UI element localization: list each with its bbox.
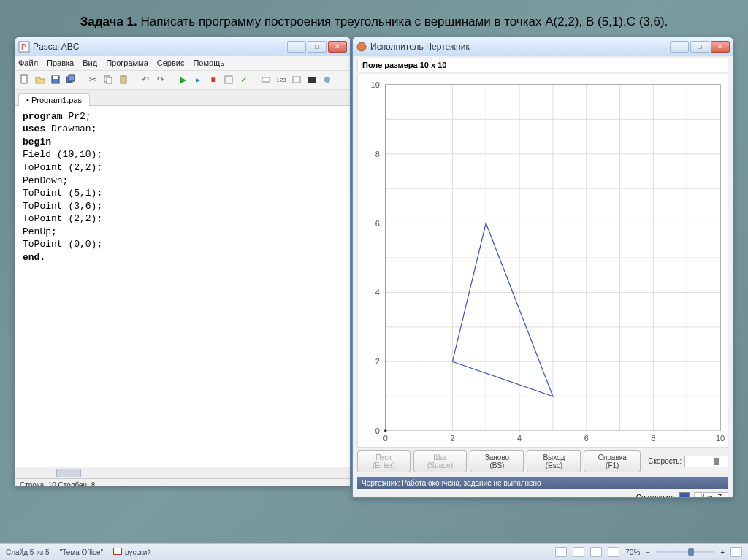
new-icon[interactable] (18, 73, 31, 86)
speed-thumb[interactable] (714, 458, 719, 465)
vars-icon[interactable]: 123 (275, 73, 288, 86)
lang-indicator[interactable]: русский (113, 548, 151, 556)
copy-icon[interactable] (102, 73, 115, 86)
svg-rect-4 (53, 76, 58, 79)
zoom-in-icon[interactable]: + (720, 548, 725, 556)
menu-service[interactable]: Сервис (157, 58, 185, 67)
file-tab[interactable]: • Program1.pas (18, 93, 90, 106)
speed-slider[interactable] (684, 456, 728, 467)
svg-text:10: 10 (716, 434, 725, 442)
menu-file[interactable]: Файл (18, 58, 38, 67)
chart-svg: 02468100246810 (358, 74, 728, 447)
file-tab-label: Program1.pas (31, 96, 82, 104)
svg-rect-2 (21, 75, 27, 83)
exit-button[interactable]: Выход (Esc) (527, 450, 581, 472)
speed-label: Скорость: (648, 457, 682, 465)
run-button[interactable]: Пуск (Enter) (357, 450, 411, 472)
pascal-title: Pascal ABC (33, 42, 287, 52)
close-button[interactable]: ✕ (711, 41, 730, 53)
svg-rect-6 (69, 75, 75, 81)
maximize-button[interactable]: □ (308, 41, 327, 53)
close-button[interactable]: ✕ (328, 41, 347, 53)
code-editor[interactable]: program Pr2;uses Drawman;beginField (10,… (15, 106, 350, 467)
pascal-statusbar: Строка: 10 Столбец: 8 (15, 478, 350, 486)
svg-text:0: 0 (375, 426, 380, 435)
svg-text:6: 6 (375, 218, 380, 227)
zoom-out-icon[interactable]: − (646, 548, 650, 556)
svg-rect-11 (262, 77, 270, 82)
drawman-app-icon (356, 41, 367, 53)
zoom-slider[interactable] (656, 551, 714, 553)
svg-text:10: 10 (371, 80, 380, 89)
undo-icon[interactable]: ↶ (139, 73, 152, 86)
stop-icon[interactable]: ■ (207, 73, 220, 86)
output-icon[interactable] (290, 73, 303, 86)
scroll-thumb[interactable] (56, 469, 81, 477)
redo-icon[interactable]: ↷ (154, 73, 167, 86)
open-icon[interactable] (34, 73, 47, 86)
pascal-titlebar[interactable]: P Pascal ABC — □ ✕ (15, 37, 350, 56)
drawman-titlebar[interactable]: Исполнитель Чертежник — □ ✕ (353, 37, 733, 56)
misc-icon[interactable] (321, 73, 334, 86)
svg-rect-13 (308, 77, 316, 83)
watch-icon[interactable] (259, 73, 272, 86)
debug-icon[interactable] (305, 73, 318, 86)
svg-rect-8 (107, 77, 112, 83)
menu-help[interactable]: Помощь (193, 58, 224, 67)
svg-text:8: 8 (375, 150, 380, 158)
reset-button[interactable]: Заново (BS) (470, 450, 524, 472)
pascal-app-icon: P (18, 41, 30, 53)
svg-point-51 (384, 429, 387, 432)
svg-text:0: 0 (383, 434, 388, 442)
check-icon[interactable]: ✓ (237, 73, 251, 86)
saveall-icon[interactable] (64, 73, 77, 86)
slide-counter: Слайд 5 из 5 (6, 548, 50, 556)
state-label: Состояние: (636, 494, 675, 498)
svg-text:P: P (21, 43, 26, 51)
drawman-state-row: Состояние: Шаг: 7 (353, 491, 733, 498)
menubar: Файл Правка Вид Программа Сервис Помощь (15, 56, 350, 71)
menu-edit[interactable]: Правка (47, 58, 74, 67)
task-text: Написать программу построения треугольни… (137, 15, 668, 28)
drawman-status-message: Чертежник: Работа окончена, задание не в… (357, 477, 728, 489)
drawman-title: Исполнитель Чертежник (370, 42, 670, 52)
cut-icon[interactable]: ✂ (86, 73, 99, 86)
field-size-label: Поле размера 10 x 10 (357, 58, 728, 72)
svg-text:6: 6 (584, 434, 589, 442)
step-button[interactable]: Шаг (Space) (413, 450, 468, 472)
reading-view-icon[interactable] (590, 547, 602, 557)
svg-rect-12 (293, 77, 300, 83)
svg-text:4: 4 (517, 434, 522, 442)
task-prefix: Задача 1. (80, 15, 137, 28)
step-icon[interactable]: ▸ (191, 73, 205, 86)
svg-text:8: 8 (651, 434, 655, 442)
pascal-window: P Pascal ABC — □ ✕ Файл Правка Вид Прогр… (15, 37, 351, 486)
minimize-button[interactable]: — (287, 41, 306, 53)
normal-view-icon[interactable] (555, 547, 567, 557)
svg-rect-9 (121, 76, 126, 83)
theme-name: "Тема Office" (60, 548, 103, 556)
svg-text:2: 2 (375, 357, 380, 366)
zoom-value: 70% (625, 548, 640, 556)
paste-icon[interactable] (117, 73, 130, 86)
svg-point-14 (324, 77, 330, 83)
drawman-controls: Пуск (Enter) Шаг (Space) Заново (BS) Вых… (353, 448, 733, 475)
compile-icon[interactable] (222, 73, 235, 86)
horizontal-scrollbar[interactable] (15, 467, 350, 478)
menu-view[interactable]: Вид (83, 58, 97, 67)
drawman-window: Исполнитель Чертежник — □ ✕ Поле размера… (352, 37, 733, 498)
save-icon[interactable] (49, 73, 62, 86)
sorter-view-icon[interactable] (573, 547, 584, 557)
run-icon[interactable]: ▶ (176, 73, 189, 86)
tabstrip: • Program1.pas (15, 90, 350, 106)
toolbar: ✂ ↶ ↷ ▶ ▸ ■ ✓ 123 (15, 71, 350, 90)
minimize-button[interactable]: — (670, 41, 689, 53)
svg-text:4: 4 (375, 288, 380, 296)
menu-program[interactable]: Программа (106, 58, 148, 67)
fit-view-icon[interactable] (730, 547, 742, 557)
powerpoint-statusbar: Слайд 5 из 5 "Тема Office" русский 70% −… (0, 543, 748, 560)
help-button[interactable]: Справка (F1) (584, 450, 641, 472)
slideshow-view-icon[interactable] (608, 547, 619, 557)
zoom-thumb[interactable] (688, 548, 694, 556)
maximize-button[interactable]: □ (690, 41, 709, 53)
